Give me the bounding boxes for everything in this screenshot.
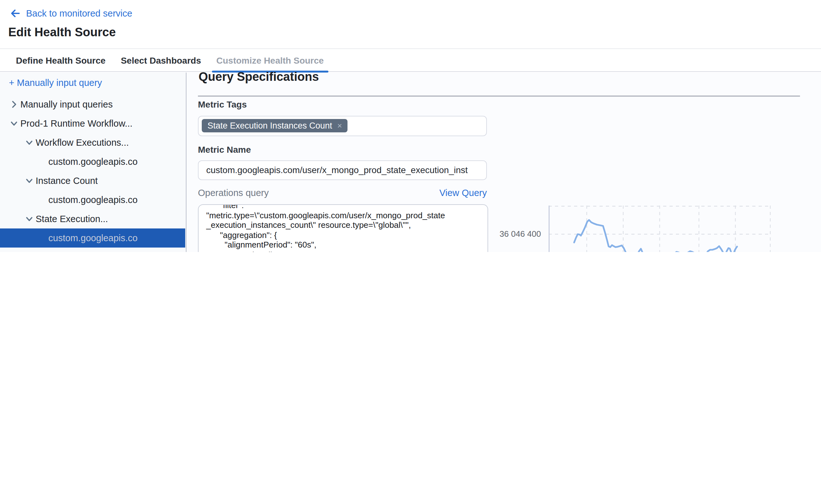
back-to-monitored-service-link[interactable]: Back to monitored service	[10, 8, 132, 19]
metric-tags-label: Metric Tags	[198, 99, 247, 109]
chip-close-icon[interactable]: ×	[337, 121, 342, 130]
back-link-label: Back to monitored service	[26, 8, 132, 18]
metric-name-input[interactable]: custom.googleapis.com/user/x_mongo_prod_…	[198, 160, 487, 180]
metric-name-label: Metric Name	[198, 144, 251, 155]
edit-health-source-page: Back to monitored service Edit Health So…	[0, 0, 821, 252]
tree-item-instance-count-4[interactable]: Instance Count	[0, 171, 185, 190]
tree-item-workflow-executions-2[interactable]: Workflow Executions...	[0, 133, 185, 152]
tree-item-prod-1-runtime-workflow-1[interactable]: Prod-1 Runtime Workflow...	[0, 114, 185, 133]
chevron-down-icon[interactable]	[9, 118, 19, 129]
operations-query-editor[interactable]: "filter": "metric.type=\"custom.googleap…	[198, 204, 488, 252]
metric-tags-input[interactable]: State Execution Instances Count ×	[198, 116, 487, 136]
tree-item-custom-googleapis-co-3[interactable]: custom.googleapis.co	[0, 152, 185, 171]
wizard-tabbar: Define Health Source Select Dashboards C…	[0, 48, 821, 72]
metric-tag-chip-label: State Execution Instances Count	[207, 121, 332, 130]
tree-item-state-execution-6[interactable]: State Execution...	[0, 209, 185, 228]
metric-preview-chart: 36 046 40036 045 60036 044 8004:10 pm4:2…	[485, 201, 784, 252]
tree-item-label: Prod-1 Runtime Workflow...	[20, 118, 132, 129]
tree-item-label: Instance Count	[36, 176, 98, 186]
chevron-right-icon[interactable]	[9, 99, 19, 109]
tree-item-label: custom.googleapis.co	[48, 233, 138, 243]
tree-item-label: Manually input queries	[20, 99, 113, 109]
back-arrow-icon	[10, 8, 21, 19]
chevron-down-icon[interactable]	[24, 137, 34, 148]
tree-item-custom-googleapis-co-5[interactable]: custom.googleapis.co	[0, 190, 185, 209]
tree-item-label: custom.googleapis.co	[48, 195, 138, 205]
metric-line-series	[574, 220, 737, 252]
view-query-link[interactable]: View Query	[439, 188, 487, 198]
tree-item-label: Workflow Executions...	[36, 137, 129, 148]
tab-define-health-source[interactable]: Define Health Source	[16, 49, 106, 71]
tree-item-manually-input-queries-0[interactable]: Manually input queries	[0, 95, 185, 114]
tab-customize-health-source[interactable]: Customize Health Source	[216, 49, 324, 71]
chevron-down-icon[interactable]	[24, 176, 34, 186]
tree-item-label: State Execution...	[36, 214, 108, 224]
operations-query-label: Operations query	[198, 188, 269, 198]
y-axis-tick-label: 36 046 400	[485, 229, 541, 239]
chart-plot-area	[549, 206, 771, 252]
tab-select-dashboards[interactable]: Select Dashboards	[121, 49, 201, 71]
tree-item-label: custom.googleapis.co	[48, 157, 138, 167]
section-divider	[198, 95, 800, 96]
tree-item-custom-googleapis-co-7[interactable]: custom.googleapis.co	[0, 228, 185, 248]
metric-tag-chip: State Execution Instances Count ×	[202, 119, 348, 132]
query-tree: Manually input queriesProd-1 Runtime Wor…	[0, 95, 185, 252]
operations-query-content: "filter": "metric.type=\"custom.googleap…	[199, 204, 488, 252]
query-specifications-title: Query Specifications	[199, 70, 319, 84]
page-title: Edit Health Source	[8, 25, 116, 39]
chevron-down-icon[interactable]	[24, 214, 34, 224]
add-manually-input-query-link[interactable]: + Manually input query	[9, 78, 102, 88]
tree-item-workflow-executions-8[interactable]: Workflow Executions...	[0, 248, 185, 252]
